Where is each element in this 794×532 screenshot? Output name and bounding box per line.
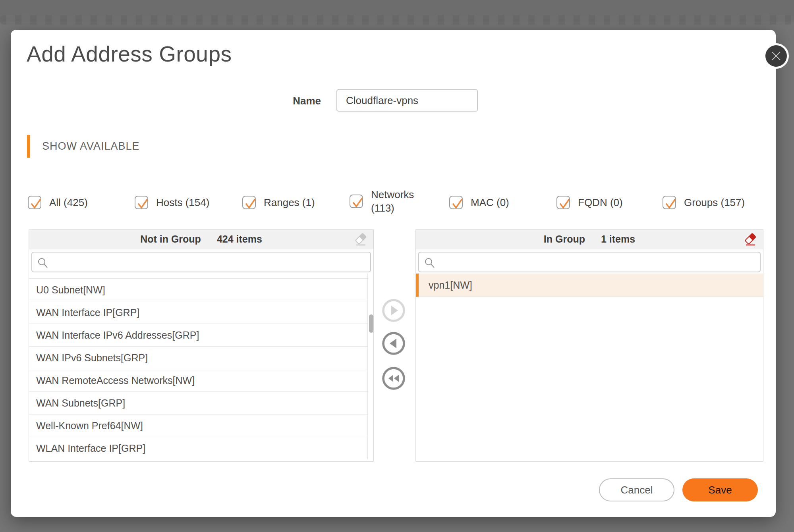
checkbox-checked-icon[interactable] (242, 196, 256, 209)
search-icon (37, 257, 49, 269)
move-to-group-button[interactable] (382, 299, 405, 322)
list-row-partial[interactable] (29, 274, 367, 278)
checkbox-checked-icon[interactable] (28, 196, 41, 209)
list-item[interactable]: WAN Subnets[GRP] (29, 391, 367, 414)
filter-checkbox-item[interactable]: Hosts (154) (135, 196, 209, 209)
in-group-panel: In Group 1 items vpn1[NW] (415, 229, 763, 462)
not-in-group-panel: Not in Group 424 items U0 Subnet[NW] WAN… (29, 229, 374, 462)
dimmed-background-pattern (0, 15, 794, 25)
filter-label: Groups (157) (684, 196, 745, 209)
list-item[interactable]: WAN Interface IPv6 Addresses[GRP] (29, 324, 367, 346)
list-item[interactable]: WAN RemoteAccess Networks[NW] (29, 369, 367, 391)
filter-checkbox-item[interactable]: Ranges (1) (242, 196, 315, 209)
close-icon (770, 50, 782, 62)
filter-label: Hosts (154) (156, 196, 209, 209)
in-group-search-input[interactable] (438, 253, 757, 272)
not-in-group-list: U0 Subnet[NW] WAN Interface IP[GRP] WAN … (29, 274, 367, 459)
filter-label: Ranges (1) (264, 196, 315, 209)
close-button[interactable] (763, 43, 789, 69)
cancel-button[interactable]: Cancel (599, 478, 674, 501)
list-item[interactable]: WAN IPv6 Subnets[GRP] (29, 346, 367, 369)
clear-list-eraser-icon-disabled[interactable] (354, 233, 368, 247)
filter-label: All (425) (49, 196, 88, 209)
not-in-group-header: Not in Group 424 items (29, 229, 373, 249)
remove-from-group-button[interactable] (382, 332, 405, 355)
not-in-group-search-input[interactable] (51, 253, 368, 272)
section-title: SHOW AVAILABLE (42, 140, 140, 152)
move-all-left-icon (383, 368, 404, 389)
filter-label: FQDN (0) (578, 196, 623, 209)
list-scrollbar-thumb[interactable] (369, 314, 373, 333)
list-scroll-divider (367, 274, 368, 459)
not-in-group-search (31, 252, 371, 272)
checkbox-checked-icon[interactable] (350, 195, 363, 208)
section-accent-bar (27, 135, 30, 158)
list-item[interactable]: Well-Known Pref64[NW] (29, 414, 367, 437)
search-icon (424, 257, 436, 269)
filter-checkbox-item[interactable]: All (425) (28, 196, 88, 209)
checkbox-checked-icon[interactable] (663, 196, 676, 209)
filter-label: MAC (0) (471, 196, 509, 209)
in-group-list: vpn1[NW] (416, 274, 763, 297)
filter-checkbox-item[interactable]: MAC (0) (449, 196, 509, 209)
filter-label: Networks (113) (371, 188, 414, 215)
filter-checkbox-item[interactable]: Groups (157) (663, 196, 745, 209)
name-label: Name (246, 95, 321, 107)
in-group-header: In Group 1 items (416, 229, 763, 249)
in-group-count: 1 items (601, 233, 635, 245)
checkbox-checked-icon[interactable] (135, 196, 148, 209)
checkbox-checked-icon[interactable] (449, 196, 463, 209)
in-group-search (418, 252, 761, 272)
not-in-group-title: Not in Group (140, 233, 201, 245)
clear-list-eraser-icon[interactable] (743, 233, 757, 247)
in-group-title: In Group (544, 233, 585, 245)
list-item[interactable]: U0 Subnet[NW] (29, 278, 367, 301)
not-in-group-count: 424 items (217, 233, 262, 245)
remove-all-from-group-button[interactable] (382, 367, 405, 390)
filter-checkbox-item[interactable]: Networks (113) (350, 188, 414, 215)
filter-checkbox-item[interactable]: FQDN (0) (556, 196, 623, 209)
list-item[interactable]: WAN Interface IP[GRP] (29, 301, 367, 324)
list-item[interactable]: WLAN Interface IP[GRP] (29, 437, 367, 459)
dialog-title: Add Address Groups (27, 41, 232, 67)
save-button[interactable]: Save (682, 478, 758, 501)
selected-list-item[interactable]: vpn1[NW] (416, 274, 763, 297)
checkbox-checked-icon[interactable] (556, 196, 570, 209)
name-input[interactable] (336, 89, 478, 112)
